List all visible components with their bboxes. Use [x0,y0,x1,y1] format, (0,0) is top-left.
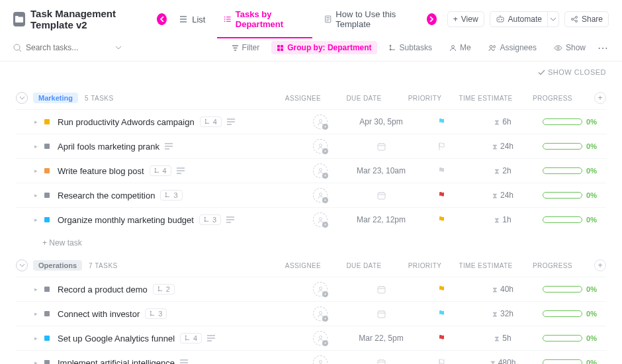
expand-row-button[interactable]: ▸ [34,118,38,125]
cell-priority[interactable] [412,359,472,365]
cell-time-estimate[interactable]: ⧗2h [472,166,533,175]
expand-row-button[interactable]: ▸ [34,216,38,223]
subtask-count-badge[interactable]: 4 [200,116,222,127]
col-header-assignee[interactable]: ASSIGNEE [273,262,333,269]
task-name[interactable]: Record a product demo [58,285,148,295]
status-indicator[interactable] [44,217,50,222]
task-row[interactable]: ▸ Run productivity Adwords campaign 4 + … [16,109,606,134]
status-indicator[interactable] [44,168,50,173]
assignee-add-button[interactable]: + [313,306,328,321]
task-name[interactable]: Run productivity Adwords campaign [58,117,195,127]
task-name[interactable]: Write feature blog post [58,166,144,176]
status-indicator[interactable] [44,193,50,198]
expand-row-button[interactable]: ▸ [34,143,38,150]
expand-row-button[interactable]: ▸ [34,335,38,341]
nav-next-button[interactable] [427,13,437,25]
due-date-placeholder[interactable] [377,142,386,152]
tab-list[interactable]: List [172,11,212,28]
assignee-add-button[interactable]: + [313,355,328,364]
assignee-add-button[interactable]: + [313,114,328,129]
expand-row-button[interactable]: ▸ [34,167,38,174]
cell-progress[interactable]: 0% [533,216,606,224]
expand-row-button[interactable]: ▸ [34,192,38,199]
cell-priority[interactable] [412,167,472,175]
cell-time-estimate[interactable]: ⧗24h [472,142,533,151]
status-indicator[interactable] [44,336,50,341]
cell-progress[interactable]: 0% [533,285,606,293]
cell-due-date[interactable] [351,285,412,295]
col-header-time-estimate[interactable]: TIME ESTIMATE [455,95,516,102]
cell-due-date[interactable] [351,191,412,201]
subtask-count-badge[interactable]: 4 [180,333,202,343]
add-column-button[interactable]: + [594,92,606,104]
task-row[interactable]: ▸ Research the competition 3 + ⧗24h 0% [16,183,606,207]
assignee-add-button[interactable]: + [313,139,328,154]
cell-progress[interactable]: 0% [533,191,606,199]
col-header-due-date[interactable]: DUE DATE [333,262,394,269]
task-name[interactable]: Set up Google Analytics funnel [58,334,175,343]
cell-due-date[interactable]: Mar 23, 10am [351,166,412,175]
status-indicator[interactable] [44,287,50,292]
cell-time-estimate[interactable]: ⧗6h [472,117,533,126]
cell-priority[interactable] [412,118,472,126]
search-dropdown-button[interactable] [116,46,121,50]
task-row[interactable]: ▸ Implement artificial intelligence + ⧗4… [16,350,606,364]
cell-priority[interactable] [412,310,472,318]
cell-due-date[interactable] [351,309,412,319]
show-button[interactable]: Show [549,41,591,54]
task-name[interactable]: Research the competition [58,191,155,201]
assignee-add-button[interactable]: + [313,163,328,178]
cell-time-estimate[interactable]: ⧗5h [472,334,533,343]
task-row[interactable]: ▸ April fools marketing prank + ⧗24h 0% [16,134,606,158]
due-date-placeholder[interactable] [377,358,386,365]
col-header-priority[interactable]: PRIORITY [394,95,455,102]
cell-progress[interactable]: 0% [533,142,606,150]
automate-button[interactable]: Automate [490,11,547,27]
automate-dropdown-button[interactable] [547,11,559,27]
assignee-add-button[interactable]: + [313,282,328,296]
me-button[interactable]: Me [444,41,476,54]
collapse-group-button[interactable] [16,92,28,104]
filter-button[interactable]: Filter [226,41,265,54]
col-header-due-date[interactable]: DUE DATE [333,95,394,102]
task-name[interactable]: Organize monthly marketing budget [58,215,194,225]
search-input[interactable] [26,43,112,52]
show-closed-toggle[interactable]: SHOW CLOSED [0,62,622,80]
cell-time-estimate[interactable]: ⧗24h [472,191,533,200]
subtask-count-badge[interactable]: 3 [160,190,182,201]
col-header-priority[interactable]: PRIORITY [394,262,455,269]
subtask-count-badge[interactable]: 3 [145,308,167,319]
expand-row-button[interactable]: ▸ [34,359,38,364]
subtask-count-badge[interactable]: 4 [150,165,171,176]
task-name[interactable]: Implement artificial intelligence [58,358,175,365]
subtask-count-badge[interactable]: 3 [199,214,221,225]
cell-priority[interactable] [412,285,472,294]
task-row[interactable]: ▸ Organize monthly marketing budget 3 + … [16,207,606,232]
cell-priority[interactable] [412,142,472,151]
group-by-button[interactable]: Group by: Department [271,41,377,54]
add-column-button[interactable]: + [594,259,606,271]
status-indicator[interactable] [44,311,50,316]
task-row[interactable]: ▸ Record a product demo 2 + ⧗40h 0% [16,277,606,301]
cell-due-date[interactable]: Mar 22, 12pm [351,215,412,224]
expand-row-button[interactable]: ▸ [34,286,38,293]
assignee-add-button[interactable]: + [313,212,328,227]
task-row[interactable]: ▸ Write feature blog post 4 + Mar 23, 10… [16,158,606,183]
cell-progress[interactable]: 0% [533,359,606,364]
group-name-badge[interactable]: Marketing [33,93,78,103]
share-button[interactable]: Share [564,11,609,27]
col-header-progress[interactable]: PROGRESS [516,95,589,102]
due-date-placeholder[interactable] [377,285,386,295]
new-task-button[interactable]: + New task [16,232,606,251]
cell-time-estimate[interactable]: ⧗480h [472,358,533,364]
subtasks-button[interactable]: Subtasks [384,41,437,54]
expand-row-button[interactable]: ▸ [34,310,38,317]
tab-how-to-use[interactable]: How to Use this Template [318,5,422,33]
task-name[interactable]: Connect with investor [58,309,140,319]
due-date-placeholder[interactable] [377,309,386,319]
cell-due-date[interactable]: Apr 30, 5pm [351,117,412,126]
assignee-add-button[interactable]: + [313,188,328,203]
cell-priority[interactable] [412,191,472,200]
cell-due-date[interactable] [351,358,412,365]
cell-priority[interactable] [412,334,472,343]
